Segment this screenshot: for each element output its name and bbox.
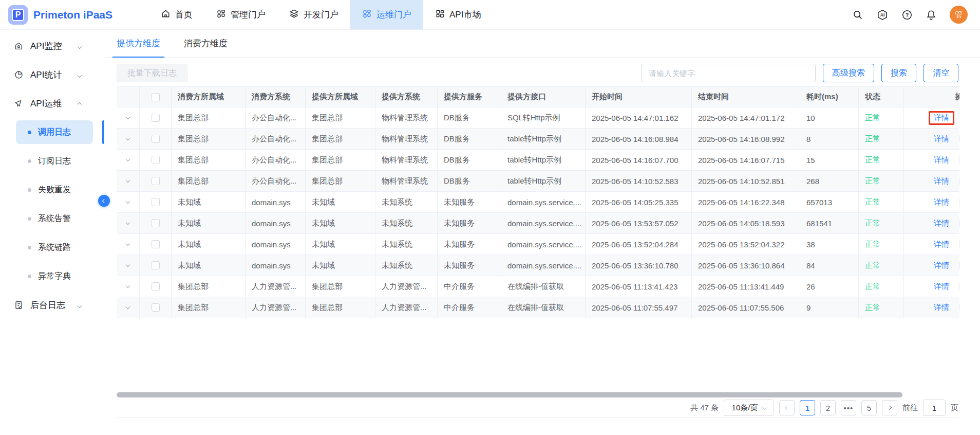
cell-consumer-system: domain.sys — [246, 192, 306, 212]
search-button[interactable]: 搜索 — [881, 64, 916, 82]
row-expand-icon[interactable] — [126, 241, 130, 245]
cell-actions: 详情下载日志 — [904, 255, 959, 276]
svg-text:?: ? — [906, 12, 909, 17]
sidebar-item-system-alert[interactable]: 系统告警 — [0, 204, 104, 233]
cell-end-time: 2025-06-05 14:16:08.992 — [692, 129, 800, 149]
goto-page-input[interactable] — [923, 400, 946, 416]
row-expand-icon[interactable] — [126, 283, 130, 287]
detail-link[interactable]: 详情 — [934, 155, 949, 165]
page-button-5[interactable]: 5 — [861, 400, 877, 415]
horizontal-scrollbar-thumb[interactable] — [117, 392, 902, 397]
row-checkbox[interactable] — [152, 261, 160, 269]
next-page-button[interactable] — [882, 400, 897, 415]
sidebar-group-api-statistics[interactable]: API统计 — [0, 60, 104, 89]
row-checkbox[interactable] — [152, 219, 160, 227]
row-expand-icon[interactable] — [126, 199, 130, 203]
tab-consumer-dimension[interactable]: 消费方维度 — [184, 30, 228, 57]
help-icon[interactable]: ? — [901, 9, 913, 21]
cell-provider-api: table转Http示例 — [501, 150, 586, 170]
detail-link[interactable]: 详情 — [934, 303, 949, 313]
detail-link[interactable]: 详情 — [934, 113, 949, 123]
notification-bell-icon[interactable] — [926, 9, 937, 21]
cell-consumer-system: domain.sys — [246, 234, 306, 255]
row-checkbox[interactable] — [152, 177, 160, 185]
cell-provider-system: 未知系统 — [375, 213, 438, 233]
cell-consumer-system: 办公自动化... — [246, 150, 306, 170]
sidebar-group-backend-log[interactable]: 后台日志 — [0, 291, 104, 319]
detail-wrap: 详情 — [930, 280, 953, 293]
detail-link[interactable]: 详情 — [934, 261, 949, 270]
select-all-checkbox[interactable] — [152, 93, 160, 101]
prev-page-button[interactable] — [779, 400, 795, 415]
cell-provider-api: 在线编排-值获取 — [501, 297, 586, 318]
row-expand-cell — [117, 150, 140, 170]
page-ellipsis[interactable]: ••• — [841, 400, 856, 415]
row-checkbox[interactable] — [152, 240, 160, 248]
row-checkbox[interactable] — [152, 198, 160, 206]
cell-consumer-domain: 集团总部 — [172, 276, 246, 297]
nav-item-ops-portal[interactable]: 运维门户 — [350, 0, 423, 29]
detail-link[interactable]: 详情 — [934, 219, 949, 228]
sidebar-group-api-monitor[interactable]: API监控 — [0, 31, 104, 60]
cell-status: 正常 — [859, 234, 904, 255]
row-checkbox[interactable] — [152, 303, 160, 312]
nav-item-label: 运维门户 — [376, 9, 411, 21]
advanced-search-button[interactable]: 高级搜索 — [823, 64, 874, 82]
detail-link[interactable]: 详情 — [934, 282, 949, 292]
cell-status: 正常 — [859, 129, 904, 149]
nav-item-dev-portal[interactable]: 开发门户 — [277, 0, 350, 29]
user-avatar[interactable]: 管 — [950, 6, 968, 24]
row-checkbox[interactable] — [152, 282, 160, 291]
page-button-2[interactable]: 2 — [820, 400, 836, 415]
chevron-down-icon — [78, 69, 81, 80]
detail-link[interactable]: 详情 — [934, 240, 949, 249]
menu-dot-icon — [28, 275, 31, 278]
row-expand-icon[interactable] — [126, 262, 130, 266]
row-checkbox[interactable] — [152, 156, 160, 164]
detail-link[interactable]: 详情 — [934, 134, 949, 144]
column-header-8: 耗时(ms) — [800, 87, 859, 107]
row-expand-icon[interactable] — [126, 157, 130, 161]
cell-consumer-system: 人力资源管... — [246, 276, 306, 297]
detail-link[interactable]: 详情 — [934, 176, 949, 186]
row-expand-icon[interactable] — [126, 136, 130, 140]
search-icon[interactable] — [852, 9, 863, 21]
nav-item-home[interactable]: 首页 — [149, 0, 204, 29]
nav-item-admin-portal[interactable]: 管理门户 — [204, 0, 277, 29]
table-row: 集团总部办公自动化...集团总部物料管理系统DB服务table转Http示例20… — [117, 129, 959, 150]
cell-provider-system: 人力资源管... — [375, 276, 438, 297]
nav-item-api-market[interactable]: API市场 — [423, 0, 493, 29]
cell-start-time: 2025-06-05 11:07:55.497 — [586, 297, 692, 318]
row-expand-icon[interactable] — [126, 178, 130, 182]
log-table-viewport: 消费方所属域消费方系统提供方所属域提供方系统提供方服务提供方接口开始时间结束时间… — [105, 86, 959, 318]
page-size-select[interactable]: 10条/页 — [724, 400, 774, 416]
batch-download-button[interactable]: 批量下载日志 — [117, 64, 187, 82]
status-badge: 正常 — [865, 303, 880, 313]
sidebar-item-failure-resend[interactable]: 失败重发 — [0, 175, 104, 204]
row-expand-icon[interactable] — [126, 220, 130, 224]
row-expand-icon[interactable] — [126, 115, 130, 119]
sidebar-group-api-ops[interactable]: API运维 — [0, 89, 104, 118]
page-button-1[interactable]: 1 — [800, 400, 815, 415]
api-monitor-icon — [14, 41, 24, 51]
detail-link[interactable]: 详情 — [934, 197, 949, 207]
row-expand-icon[interactable] — [126, 304, 130, 309]
ai-assistant-icon[interactable]: AI — [876, 9, 889, 21]
cell-status: 正常 — [859, 255, 904, 276]
tab-provider-dimension[interactable]: 提供方维度 — [117, 30, 160, 57]
brand-logo-icon: P — [8, 5, 28, 25]
sidebar-item-subscription-log[interactable]: 订阅日志 — [0, 147, 104, 175]
sidebar-collapse-button[interactable] — [98, 195, 110, 207]
cell-consumer-domain: 未知域 — [172, 192, 246, 212]
row-checkbox[interactable] — [152, 114, 160, 122]
column-header-1: 消费方系统 — [246, 87, 306, 107]
clear-button[interactable]: 清空 — [924, 64, 958, 82]
sidebar-item-call-log[interactable]: 调用日志 — [16, 120, 93, 144]
row-checkbox[interactable] — [152, 135, 160, 143]
status-badge: 正常 — [865, 261, 880, 270]
brand[interactable]: P Primeton iPaaS — [0, 0, 149, 29]
cell-status: 正常 — [859, 150, 904, 170]
keyword-search-input[interactable] — [641, 64, 816, 82]
sidebar-item-system-trace[interactable]: 系统链路 — [0, 233, 104, 262]
sidebar-item-exception-dict[interactable]: 异常字典 — [0, 262, 104, 291]
